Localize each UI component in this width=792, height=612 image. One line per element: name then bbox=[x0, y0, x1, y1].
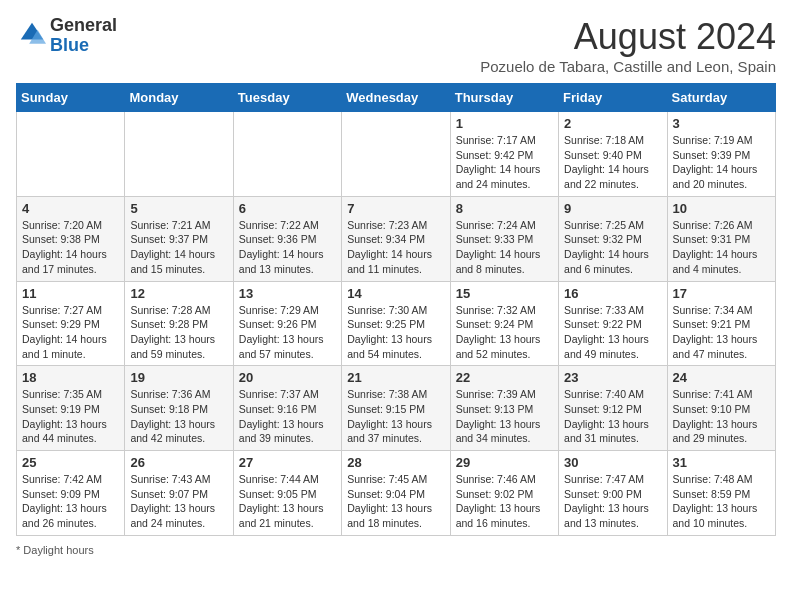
day-info: Sunrise: 7:36 AM Sunset: 9:18 PM Dayligh… bbox=[130, 387, 227, 446]
day-number: 17 bbox=[673, 286, 770, 301]
calendar-cell: 13Sunrise: 7:29 AM Sunset: 9:26 PM Dayli… bbox=[233, 281, 341, 366]
day-info: Sunrise: 7:33 AM Sunset: 9:22 PM Dayligh… bbox=[564, 303, 661, 362]
day-number: 9 bbox=[564, 201, 661, 216]
calendar-cell: 4Sunrise: 7:20 AM Sunset: 9:38 PM Daylig… bbox=[17, 196, 125, 281]
day-number: 16 bbox=[564, 286, 661, 301]
day-info: Sunrise: 7:41 AM Sunset: 9:10 PM Dayligh… bbox=[673, 387, 770, 446]
calendar-cell: 14Sunrise: 7:30 AM Sunset: 9:25 PM Dayli… bbox=[342, 281, 450, 366]
day-info: Sunrise: 7:25 AM Sunset: 9:32 PM Dayligh… bbox=[564, 218, 661, 277]
calendar-cell: 21Sunrise: 7:38 AM Sunset: 9:15 PM Dayli… bbox=[342, 366, 450, 451]
day-info: Sunrise: 7:45 AM Sunset: 9:04 PM Dayligh… bbox=[347, 472, 444, 531]
day-number: 21 bbox=[347, 370, 444, 385]
day-info: Sunrise: 7:37 AM Sunset: 9:16 PM Dayligh… bbox=[239, 387, 336, 446]
day-number: 27 bbox=[239, 455, 336, 470]
calendar-header-sunday: Sunday bbox=[17, 84, 125, 112]
calendar-cell bbox=[342, 112, 450, 197]
calendar-cell: 30Sunrise: 7:47 AM Sunset: 9:00 PM Dayli… bbox=[559, 451, 667, 536]
day-number: 20 bbox=[239, 370, 336, 385]
calendar-cell: 6Sunrise: 7:22 AM Sunset: 9:36 PM Daylig… bbox=[233, 196, 341, 281]
day-number: 18 bbox=[22, 370, 119, 385]
calendar-header-saturday: Saturday bbox=[667, 84, 775, 112]
day-number: 2 bbox=[564, 116, 661, 131]
calendar-week-5: 25Sunrise: 7:42 AM Sunset: 9:09 PM Dayli… bbox=[17, 451, 776, 536]
calendar-cell: 18Sunrise: 7:35 AM Sunset: 9:19 PM Dayli… bbox=[17, 366, 125, 451]
day-info: Sunrise: 7:32 AM Sunset: 9:24 PM Dayligh… bbox=[456, 303, 553, 362]
day-number: 26 bbox=[130, 455, 227, 470]
calendar-header-monday: Monday bbox=[125, 84, 233, 112]
calendar-cell: 31Sunrise: 7:48 AM Sunset: 8:59 PM Dayli… bbox=[667, 451, 775, 536]
calendar-cell: 29Sunrise: 7:46 AM Sunset: 9:02 PM Dayli… bbox=[450, 451, 558, 536]
day-info: Sunrise: 7:19 AM Sunset: 9:39 PM Dayligh… bbox=[673, 133, 770, 192]
day-info: Sunrise: 7:29 AM Sunset: 9:26 PM Dayligh… bbox=[239, 303, 336, 362]
day-info: Sunrise: 7:35 AM Sunset: 9:19 PM Dayligh… bbox=[22, 387, 119, 446]
calendar-cell: 17Sunrise: 7:34 AM Sunset: 9:21 PM Dayli… bbox=[667, 281, 775, 366]
calendar-cell: 12Sunrise: 7:28 AM Sunset: 9:28 PM Dayli… bbox=[125, 281, 233, 366]
day-info: Sunrise: 7:43 AM Sunset: 9:07 PM Dayligh… bbox=[130, 472, 227, 531]
calendar-header-wednesday: Wednesday bbox=[342, 84, 450, 112]
calendar-cell bbox=[125, 112, 233, 197]
day-number: 23 bbox=[564, 370, 661, 385]
calendar-cell: 24Sunrise: 7:41 AM Sunset: 9:10 PM Dayli… bbox=[667, 366, 775, 451]
day-number: 7 bbox=[347, 201, 444, 216]
calendar-cell: 27Sunrise: 7:44 AM Sunset: 9:05 PM Dayli… bbox=[233, 451, 341, 536]
calendar-cell: 9Sunrise: 7:25 AM Sunset: 9:32 PM Daylig… bbox=[559, 196, 667, 281]
calendar-cell: 20Sunrise: 7:37 AM Sunset: 9:16 PM Dayli… bbox=[233, 366, 341, 451]
calendar-table: SundayMondayTuesdayWednesdayThursdayFrid… bbox=[16, 83, 776, 536]
calendar-cell: 25Sunrise: 7:42 AM Sunset: 9:09 PM Dayli… bbox=[17, 451, 125, 536]
day-number: 4 bbox=[22, 201, 119, 216]
day-number: 30 bbox=[564, 455, 661, 470]
day-number: 13 bbox=[239, 286, 336, 301]
calendar-cell: 16Sunrise: 7:33 AM Sunset: 9:22 PM Dayli… bbox=[559, 281, 667, 366]
day-number: 10 bbox=[673, 201, 770, 216]
calendar-cell: 22Sunrise: 7:39 AM Sunset: 9:13 PM Dayli… bbox=[450, 366, 558, 451]
day-number: 8 bbox=[456, 201, 553, 216]
day-info: Sunrise: 7:18 AM Sunset: 9:40 PM Dayligh… bbox=[564, 133, 661, 192]
day-info: Sunrise: 7:39 AM Sunset: 9:13 PM Dayligh… bbox=[456, 387, 553, 446]
day-info: Sunrise: 7:42 AM Sunset: 9:09 PM Dayligh… bbox=[22, 472, 119, 531]
calendar-cell bbox=[233, 112, 341, 197]
day-info: Sunrise: 7:21 AM Sunset: 9:37 PM Dayligh… bbox=[130, 218, 227, 277]
day-number: 14 bbox=[347, 286, 444, 301]
location-subtitle: Pozuelo de Tabara, Castille and Leon, Sp… bbox=[480, 58, 776, 75]
day-info: Sunrise: 7:40 AM Sunset: 9:12 PM Dayligh… bbox=[564, 387, 661, 446]
calendar-cell: 8Sunrise: 7:24 AM Sunset: 9:33 PM Daylig… bbox=[450, 196, 558, 281]
day-info: Sunrise: 7:24 AM Sunset: 9:33 PM Dayligh… bbox=[456, 218, 553, 277]
calendar-header-row: SundayMondayTuesdayWednesdayThursdayFrid… bbox=[17, 84, 776, 112]
calendar-cell: 1Sunrise: 7:17 AM Sunset: 9:42 PM Daylig… bbox=[450, 112, 558, 197]
calendar-week-3: 11Sunrise: 7:27 AM Sunset: 9:29 PM Dayli… bbox=[17, 281, 776, 366]
calendar-cell: 26Sunrise: 7:43 AM Sunset: 9:07 PM Dayli… bbox=[125, 451, 233, 536]
day-number: 29 bbox=[456, 455, 553, 470]
day-number: 11 bbox=[22, 286, 119, 301]
calendar-header-friday: Friday bbox=[559, 84, 667, 112]
calendar-cell: 23Sunrise: 7:40 AM Sunset: 9:12 PM Dayli… bbox=[559, 366, 667, 451]
day-number: 25 bbox=[22, 455, 119, 470]
calendar-week-2: 4Sunrise: 7:20 AM Sunset: 9:38 PM Daylig… bbox=[17, 196, 776, 281]
day-number: 6 bbox=[239, 201, 336, 216]
calendar-week-1: 1Sunrise: 7:17 AM Sunset: 9:42 PM Daylig… bbox=[17, 112, 776, 197]
day-info: Sunrise: 7:17 AM Sunset: 9:42 PM Dayligh… bbox=[456, 133, 553, 192]
day-info: Sunrise: 7:38 AM Sunset: 9:15 PM Dayligh… bbox=[347, 387, 444, 446]
title-block: August 2024 Pozuelo de Tabara, Castille … bbox=[480, 16, 776, 75]
month-title: August 2024 bbox=[480, 16, 776, 58]
logo-text: General Blue bbox=[50, 16, 117, 56]
day-number: 28 bbox=[347, 455, 444, 470]
day-number: 5 bbox=[130, 201, 227, 216]
calendar-cell: 2Sunrise: 7:18 AM Sunset: 9:40 PM Daylig… bbox=[559, 112, 667, 197]
day-info: Sunrise: 7:22 AM Sunset: 9:36 PM Dayligh… bbox=[239, 218, 336, 277]
day-number: 1 bbox=[456, 116, 553, 131]
calendar-cell: 5Sunrise: 7:21 AM Sunset: 9:37 PM Daylig… bbox=[125, 196, 233, 281]
calendar-cell: 19Sunrise: 7:36 AM Sunset: 9:18 PM Dayli… bbox=[125, 366, 233, 451]
calendar-header-tuesday: Tuesday bbox=[233, 84, 341, 112]
day-info: Sunrise: 7:46 AM Sunset: 9:02 PM Dayligh… bbox=[456, 472, 553, 531]
day-info: Sunrise: 7:48 AM Sunset: 8:59 PM Dayligh… bbox=[673, 472, 770, 531]
day-number: 3 bbox=[673, 116, 770, 131]
day-number: 19 bbox=[130, 370, 227, 385]
day-info: Sunrise: 7:34 AM Sunset: 9:21 PM Dayligh… bbox=[673, 303, 770, 362]
logo-icon bbox=[18, 20, 46, 48]
day-info: Sunrise: 7:47 AM Sunset: 9:00 PM Dayligh… bbox=[564, 472, 661, 531]
day-info: Sunrise: 7:30 AM Sunset: 9:25 PM Dayligh… bbox=[347, 303, 444, 362]
page-header: General Blue August 2024 Pozuelo de Taba… bbox=[16, 16, 776, 75]
calendar-header-thursday: Thursday bbox=[450, 84, 558, 112]
logo: General Blue bbox=[16, 16, 117, 56]
day-number: 24 bbox=[673, 370, 770, 385]
